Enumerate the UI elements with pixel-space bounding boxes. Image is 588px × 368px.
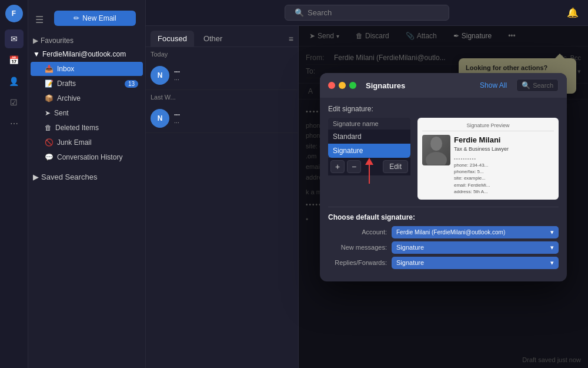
preview-title-text: Tax & Business Lawyer [454, 145, 509, 153]
favourites-header[interactable]: ▶ Favourites [28, 34, 145, 47]
email-tabs: Focused Other ≡ [146, 26, 298, 47]
sidebar-item-drafts[interactable]: 📝 Drafts 13 [31, 77, 143, 91]
select-chevron: ▾ [550, 228, 554, 236]
preview-email: email: FerdieMi... [454, 182, 509, 188]
drafts-badge: 13 [125, 80, 138, 88]
search-bar[interactable]: 🔍 Search [285, 5, 449, 21]
email-info: ... ... [174, 66, 293, 85]
select-chevron-2: ▾ [550, 244, 554, 251]
default-sig-label: Choose default signature: [328, 213, 559, 221]
chevron-right-icon-saved: ▶ [33, 173, 39, 181]
email-subject: ... [174, 74, 293, 81]
edit-sig-label: Edit signature: [328, 105, 559, 113]
modal-search[interactable]: 🔍 Search [516, 79, 559, 92]
preview-dots: •••••••••• [454, 155, 509, 162]
email-item-2[interactable]: N ... ... [146, 104, 298, 133]
chevron-down-icon: ▼ [33, 50, 40, 58]
filter-button[interactable]: ≡ [289, 34, 293, 44]
sidebar-item-archive[interactable]: 📦 Archive [31, 91, 143, 105]
notification-icon[interactable]: 🔔 [567, 7, 579, 18]
main-content: 🔍 Search 🔔 Focused Other ≡ Today N [146, 0, 588, 368]
replies-select[interactable]: Signature ▾ [392, 257, 559, 269]
sig-item-standard[interactable]: Standard [328, 130, 410, 144]
modal-overlay: Signatures Show All 🔍 Search [299, 26, 588, 368]
calendar-icon[interactable]: 📅 [5, 51, 24, 69]
chevron-right-icon: ▶ [33, 37, 38, 45]
preview-title: Signature Preview [422, 122, 554, 131]
svg-point-1 [426, 152, 447, 165]
sidebar-item-conversations[interactable]: 💬 Conversation History [31, 150, 143, 164]
date-header-lastweek: Last W... [146, 90, 298, 104]
junk-icon: 🚫 [45, 138, 54, 147]
contacts-icon[interactable]: 👤 [5, 72, 24, 91]
avatar[interactable]: F [5, 5, 23, 22]
top-bar: 🔍 Search 🔔 [146, 0, 588, 26]
sidebar-item-junk[interactable]: 🚫 Junk Email [31, 135, 143, 150]
preview-site: site: example... [454, 175, 509, 181]
sidebar-item-inbox[interactable]: 📥 Inbox [31, 62, 143, 76]
preview-name: Ferdie Milani [454, 135, 509, 145]
drafts-icon: 📝 [45, 79, 54, 88]
add-sig-button[interactable]: + [330, 160, 345, 173]
traffic-lights [328, 82, 356, 89]
sidebar: ☰ ✏ New Email ▶ Favourites ▼ FerdieMilan… [28, 0, 146, 368]
new-messages-select[interactable]: Signature ▾ [392, 241, 559, 254]
email-item[interactable]: N ... ... [146, 61, 298, 90]
new-messages-label: New messages: [328, 244, 387, 251]
maximize-dot[interactable] [349, 82, 356, 89]
email-sender-2: ... [174, 109, 293, 117]
account-header[interactable]: ▼ FerdieMilani@outlook.com [28, 47, 145, 61]
mail-icon[interactable]: ✉ [5, 29, 24, 48]
preview-address: address: 5th A... [454, 188, 509, 195]
tab-focused[interactable]: Focused [151, 31, 194, 47]
email-avatar: N [151, 66, 169, 85]
compose-icon: ✏ [74, 14, 79, 22]
select-chevron-3: ▾ [550, 259, 554, 267]
replies-field-row: Replies/Forwards: Signature ▾ [328, 257, 559, 269]
icon-bar: F ✉ 📅 👤 ☑ ⋯ [0, 0, 28, 368]
edit-sig-button[interactable]: Edit [383, 160, 408, 173]
signatures-modal: Signatures Show All 🔍 Search [320, 73, 567, 281]
email-info-2: ... ... [174, 109, 293, 128]
show-all-button[interactable]: Show All [480, 81, 507, 89]
close-dot[interactable] [328, 82, 335, 89]
modal-body: Edit signature: Signature name Standard … [320, 98, 567, 281]
sig-item-signature[interactable]: Signature [328, 144, 410, 158]
preview-photo-inner [422, 135, 450, 165]
arrow-shaft [369, 165, 370, 184]
account-field-row: Account: Ferdie Milani (FerdieMilani@out… [328, 226, 559, 238]
replies-label: Replies/Forwards: [328, 259, 387, 266]
saved-searches-header[interactable]: ▶ Saved Searches [28, 169, 145, 185]
preview-text: Ferdie Milani Tax & Business Lawyer ••••… [454, 135, 509, 195]
compose-panel: ➤ Send ▾ 🗑 Discard 📎 Attach ✒ Signat [299, 26, 588, 368]
arrow-head-up [365, 158, 373, 165]
hamburger-button[interactable]: ☰ [33, 12, 46, 28]
modal-titlebar: Signatures Show All 🔍 Search [320, 73, 567, 98]
email-panel: Focused Other ≡ Today N ... ... Last W..… [146, 26, 588, 368]
new-email-button[interactable]: ✏ New Email [54, 11, 136, 26]
search-icon: 🔍 [295, 8, 304, 17]
sig-list-area: Signature name Standard Signature + − Ed… [328, 118, 559, 200]
preview-content: Ferdie Milani Tax & Business Lawyer ••••… [422, 135, 554, 195]
sig-list-header: Signature name [328, 118, 410, 130]
account-select[interactable]: Ferdie Milani (FerdieMilani@outlook.com)… [392, 226, 559, 238]
arrow-container [328, 175, 410, 199]
svg-point-0 [430, 137, 442, 151]
minimize-dot[interactable] [339, 82, 346, 89]
email-sender: ... [174, 66, 293, 74]
email-list: Focused Other ≡ Today N ... ... Last W..… [146, 26, 299, 368]
modal-search-icon: 🔍 [522, 81, 530, 89]
remove-sig-button[interactable]: − [347, 160, 361, 173]
tab-other[interactable]: Other [196, 31, 230, 47]
preview-phone: phone: 234-43... [454, 162, 509, 168]
default-sig-section: Choose default signature: Account: Ferdi… [328, 207, 559, 274]
app-container: F ✉ 📅 👤 ☑ ⋯ ☰ ✏ New Email ▶ Favourites ▼… [0, 0, 588, 368]
tasks-icon[interactable]: ☑ [5, 93, 24, 112]
new-messages-field-row: New messages: Signature ▾ [328, 241, 559, 254]
preview-phonefax: phone/fax: 5... [454, 168, 509, 175]
sig-list-container: Signature name Standard Signature + − Ed… [328, 118, 410, 200]
sidebar-item-sent[interactable]: ➤ Sent [31, 106, 143, 120]
sidebar-item-deleted[interactable]: 🗑 Deleted Items [31, 121, 143, 135]
convo-icon: 💬 [45, 153, 54, 161]
more-apps-icon[interactable]: ⋯ [5, 114, 24, 133]
